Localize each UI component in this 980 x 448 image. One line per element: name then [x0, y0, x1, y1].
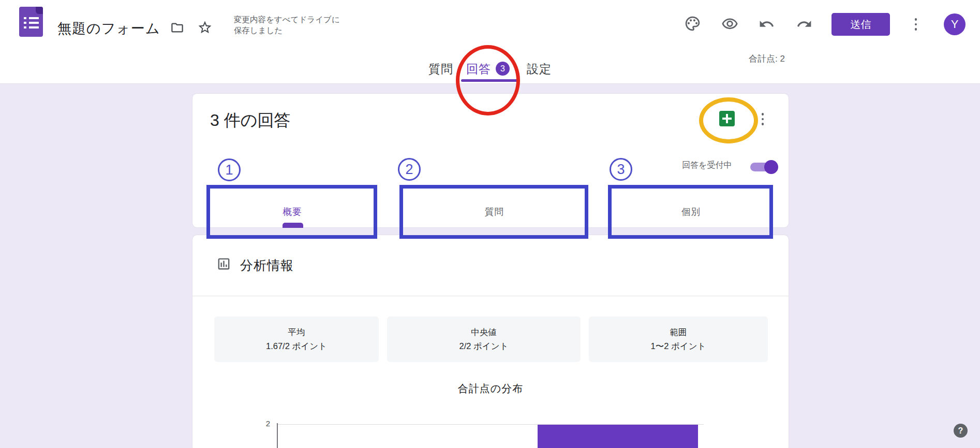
- toggle-knob: [764, 160, 778, 174]
- responses-kebab-menu-icon[interactable]: [756, 110, 769, 128]
- logo-line: [24, 26, 39, 28]
- stat-label: 平均: [214, 325, 379, 339]
- logo-line: [24, 17, 39, 19]
- chart-y-axis: [277, 423, 278, 448]
- responses-count-badge: 3: [496, 62, 510, 76]
- insights-chart-icon: [216, 256, 231, 273]
- total-points-label: 合計点: 2: [749, 53, 785, 65]
- move-folder-icon[interactable]: [170, 21, 184, 35]
- insights-card: 分析情報 平均 1.67/2 ポイント 中央値 2/2 ポイント 範囲 1〜2 …: [192, 235, 789, 448]
- chart-title: 合計点の分布: [192, 382, 789, 396]
- tab-responses[interactable]: 回答: [466, 61, 491, 77]
- responses-card: 3 件の回答 回答を受付中 概要 質問 個別: [192, 93, 789, 228]
- send-button[interactable]: 送信: [831, 13, 890, 36]
- insights-title: 分析情報: [240, 257, 294, 274]
- app-header: 無題のフォーム 変更内容をすべてドライブに 保存しました 送信 Y 質問 回答: [0, 0, 980, 84]
- form-title[interactable]: 無題のフォーム: [57, 19, 160, 38]
- chart-bar-score2: [538, 425, 698, 448]
- google-forms-app: 無題のフォーム 変更内容をすべてドライブに 保存しました 送信 Y 質問 回答: [0, 0, 980, 448]
- accepting-responses-toggle[interactable]: [750, 163, 775, 171]
- chart-ytick-2: 2: [255, 419, 270, 428]
- accepting-responses-label: 回答を受付中: [682, 160, 732, 171]
- responses-count-title: 3 件の回答: [210, 109, 290, 132]
- stat-value: 1〜2 ポイント: [589, 339, 768, 353]
- redo-icon[interactable]: [796, 16, 812, 32]
- tab-questions[interactable]: 質問: [428, 61, 453, 77]
- stat-average: 平均 1.67/2 ポイント: [214, 316, 379, 362]
- star-icon[interactable]: [197, 20, 213, 35]
- stat-value: 1.67/2 ポイント: [214, 339, 379, 353]
- save-status[interactable]: 変更内容をすべてドライブに 保存しました: [234, 14, 340, 36]
- subtab-question[interactable]: 質問: [400, 206, 589, 218]
- stat-range: 範囲 1〜2 ポイント: [589, 316, 768, 362]
- stat-label: 範囲: [589, 325, 768, 339]
- subtab-individual[interactable]: 個別: [608, 206, 774, 218]
- help-button[interactable]: ?: [954, 424, 968, 438]
- preview-eye-icon[interactable]: [721, 16, 738, 33]
- forms-logo-icon[interactable]: [19, 7, 43, 37]
- active-tab-underline: [461, 79, 518, 82]
- stat-label: 中央値: [387, 325, 581, 339]
- logo-fold: [36, 7, 43, 14]
- sheets-icon-glyph: [722, 118, 732, 120]
- account-avatar[interactable]: Y: [944, 13, 966, 35]
- undo-icon[interactable]: [759, 16, 775, 32]
- active-subtab-indicator: [283, 223, 303, 228]
- stat-median: 中央値 2/2 ポイント: [387, 316, 581, 362]
- subtab-summary[interactable]: 概要: [207, 206, 378, 218]
- theme-palette-icon[interactable]: [684, 15, 701, 32]
- logo-line: [24, 22, 39, 24]
- header-kebab-menu-icon[interactable]: [910, 13, 922, 35]
- tab-settings[interactable]: 設定: [527, 61, 552, 77]
- sheets-icon[interactable]: [719, 111, 735, 126]
- save-status-line2: 保存しました: [234, 25, 340, 36]
- divider: [192, 296, 789, 296]
- stat-value: 2/2 ポイント: [387, 339, 581, 353]
- save-status-line1: 変更内容をすべてドライブに: [234, 14, 340, 25]
